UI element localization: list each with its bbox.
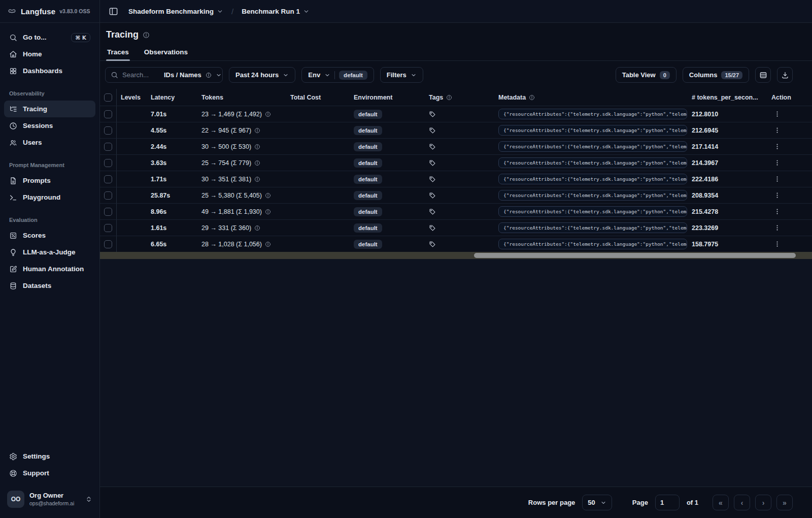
rows-per-page-select[interactable]: 50 xyxy=(582,495,612,510)
sidebar-item-prompts[interactable]: Prompts xyxy=(4,172,95,189)
info-icon[interactable] xyxy=(265,241,271,247)
row-checkbox[interactable] xyxy=(104,208,112,216)
sidebar-item-users[interactable]: Users xyxy=(4,134,95,151)
kebab-menu-icon[interactable] xyxy=(771,191,781,199)
first-page-button[interactable]: « xyxy=(713,495,729,510)
metadata-badge[interactable]: {"resourceAttributes":{"telemetry.sdk.la… xyxy=(498,190,687,201)
metadata-badge[interactable]: {"resourceAttributes":{"telemetry.sdk.la… xyxy=(498,206,687,217)
metadata-badge[interactable]: {"resourceAttributes":{"telemetry.sdk.la… xyxy=(498,174,687,184)
kebab-menu-icon[interactable] xyxy=(771,175,781,183)
tag-icon[interactable] xyxy=(429,159,436,167)
info-icon[interactable] xyxy=(265,192,271,199)
scrollbar-thumb[interactable] xyxy=(474,253,796,258)
kebab-menu-icon[interactable] xyxy=(771,208,781,215)
info-icon[interactable] xyxy=(254,225,260,231)
project-switcher[interactable]: Benchmark Run 1 xyxy=(239,6,313,17)
search-bar[interactable]: IDs / Names xyxy=(105,67,223,83)
metadata-badge[interactable]: {"resourceAttributes":{"telemetry.sdk.la… xyxy=(498,157,687,168)
page-number-input[interactable] xyxy=(655,495,680,510)
tab-traces[interactable]: Traces xyxy=(106,45,130,60)
row-checkbox[interactable] xyxy=(104,110,112,118)
sidebar-item-human-annotation[interactable]: Human Annotation xyxy=(4,261,95,277)
sidebar-item-support[interactable]: Support xyxy=(4,465,95,481)
next-page-button[interactable]: › xyxy=(755,495,771,510)
sidebar-toggle-button[interactable] xyxy=(106,4,120,18)
row-checkbox[interactable] xyxy=(104,224,112,232)
table-row[interactable]: 7.01s 23 → 1,469 (Σ 1,492) default {"res… xyxy=(100,106,812,122)
kebab-menu-icon[interactable] xyxy=(771,126,781,134)
info-icon[interactable] xyxy=(254,144,260,150)
info-icon[interactable] xyxy=(265,209,271,215)
row-checkbox[interactable] xyxy=(104,240,112,248)
col-total-cost[interactable]: Total Cost xyxy=(286,94,350,101)
sidebar-item-scores[interactable]: Scores xyxy=(4,227,95,244)
row-checkbox[interactable] xyxy=(104,175,112,183)
row-height-button[interactable] xyxy=(755,67,771,83)
kebab-menu-icon[interactable] xyxy=(771,240,781,248)
info-icon[interactable] xyxy=(265,111,271,117)
tag-icon[interactable] xyxy=(429,192,436,199)
sidebar-item-sessions[interactable]: Sessions xyxy=(4,117,95,134)
metadata-badge[interactable]: {"resourceAttributes":{"telemetry.sdk.la… xyxy=(498,109,687,119)
metadata-badge[interactable]: {"resourceAttributes":{"telemetry.sdk.la… xyxy=(498,141,687,152)
sidebar-item-datasets[interactable]: Datasets xyxy=(4,277,95,294)
tag-icon[interactable] xyxy=(429,224,436,232)
table-view-button[interactable]: Table View 0 xyxy=(616,67,676,83)
col-tags[interactable]: Tags xyxy=(425,94,494,101)
metadata-badge[interactable]: {"resourceAttributes":{"telemetry.sdk.la… xyxy=(498,125,687,136)
select-all-checkbox[interactable] xyxy=(104,93,112,102)
sidebar-item-dashboards[interactable]: Dashboards xyxy=(4,62,95,79)
col-levels[interactable]: Levels xyxy=(117,94,147,101)
time-range-filter[interactable]: Past 24 hours xyxy=(229,67,295,83)
tag-icon[interactable] xyxy=(429,208,436,215)
info-icon[interactable] xyxy=(143,31,150,39)
table-row[interactable]: 1.61s 29 → 331 (Σ 360) default {"resourc… xyxy=(100,219,812,236)
info-icon[interactable] xyxy=(254,160,260,166)
info-icon[interactable] xyxy=(254,176,260,182)
table-row[interactable]: 6.65s 28 → 1,028 (Σ 1,056) default {"res… xyxy=(100,236,812,252)
sidebar-item-tracing[interactable]: Tracing xyxy=(4,101,95,117)
columns-button[interactable]: Columns 15/27 xyxy=(683,67,749,83)
tag-icon[interactable] xyxy=(429,143,436,150)
user-menu[interactable]: OO Org Owner ops@shadeform.ai xyxy=(4,488,95,511)
goto-search[interactable]: Go to... ⌘ K xyxy=(4,29,95,46)
metadata-badge[interactable]: {"resourceAttributes":{"telemetry.sdk.la… xyxy=(498,222,687,233)
metadata-badge[interactable]: {"resourceAttributes":{"telemetry.sdk.la… xyxy=(498,239,687,249)
kebab-menu-icon[interactable] xyxy=(771,110,781,118)
sidebar-item-playground[interactable]: Playground xyxy=(4,189,95,206)
row-checkbox[interactable] xyxy=(104,143,112,151)
kebab-menu-icon[interactable] xyxy=(771,143,781,150)
table-row[interactable]: 8.96s 49 → 1,881 (Σ 1,930) default {"res… xyxy=(100,203,812,219)
row-checkbox[interactable] xyxy=(104,191,112,200)
table-row[interactable]: 25.87s 25 → 5,380 (Σ 5,405) default {"re… xyxy=(100,187,812,203)
table-row[interactable]: 4.55s 22 → 945 (Σ 967) default {"resourc… xyxy=(100,122,812,138)
table-row[interactable]: 3.63s 25 → 754 (Σ 779) default {"resourc… xyxy=(100,154,812,171)
tag-icon[interactable] xyxy=(429,127,436,134)
search-input[interactable] xyxy=(122,71,160,79)
col-tokens[interactable]: Tokens xyxy=(197,94,286,101)
last-page-button[interactable]: » xyxy=(776,495,793,510)
export-button[interactable] xyxy=(777,67,793,83)
kebab-menu-icon[interactable] xyxy=(771,224,781,232)
row-checkbox[interactable] xyxy=(104,159,112,167)
tag-icon[interactable] xyxy=(429,111,436,118)
tag-icon[interactable] xyxy=(429,176,436,183)
tab-observations[interactable]: Observations xyxy=(143,45,189,60)
col-tokens-per-second[interactable]: # tokens_per_secon... xyxy=(688,94,767,101)
col-environment[interactable]: Environment xyxy=(350,94,425,101)
table-row[interactable]: 1.71s 30 → 351 (Σ 381) default {"resourc… xyxy=(100,171,812,187)
prev-page-button[interactable]: ‹ xyxy=(734,495,750,510)
tag-icon[interactable] xyxy=(429,241,436,248)
table-row[interactable]: 2.44s 30 → 500 (Σ 530) default {"resourc… xyxy=(100,138,812,154)
sidebar-item-settings[interactable]: Settings xyxy=(4,448,95,465)
col-metadata[interactable]: Metadata xyxy=(494,94,688,101)
col-latency[interactable]: Latency xyxy=(147,94,197,101)
env-filter[interactable]: Env default xyxy=(301,67,374,83)
horizontal-scrollbar[interactable] xyxy=(100,252,812,259)
row-checkbox[interactable] xyxy=(104,126,112,135)
kebab-menu-icon[interactable] xyxy=(771,159,781,167)
sidebar-item-llm-as-a-judge[interactable]: LLM-as-a-Judge xyxy=(4,244,95,261)
sidebar-item-home[interactable]: Home xyxy=(4,46,95,62)
filters-button[interactable]: Filters xyxy=(380,67,423,83)
org-switcher[interactable]: Shadeform Benchmarking xyxy=(125,6,226,17)
